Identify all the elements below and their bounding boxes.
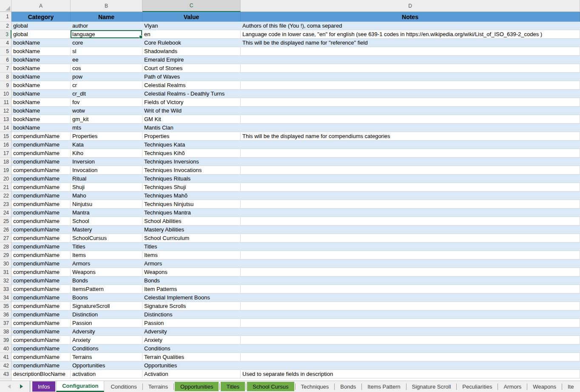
cell-name[interactable]: Terrains [71, 353, 142, 361]
row-number[interactable]: 30 [0, 259, 11, 268]
cell-name[interactable]: Anxiety [71, 336, 142, 344]
row-number[interactable]: 14 [0, 124, 11, 132]
row-number[interactable]: 21 [0, 183, 11, 192]
cell-notes[interactable]: Authors of this file (You !), coma separ… [241, 22, 580, 30]
row-number[interactable]: 19 [0, 166, 11, 175]
cell-name[interactable]: SchoolCursus [71, 234, 142, 243]
cell-category[interactable]: compendiumName [11, 166, 71, 175]
cell-notes[interactable] [241, 243, 580, 251]
cell-notes[interactable] [241, 226, 580, 234]
cell-name[interactable]: Items [71, 251, 142, 259]
row-number[interactable]: 34 [0, 293, 11, 302]
row-number[interactable]: 11 [0, 98, 11, 107]
cell-notes[interactable] [241, 149, 580, 158]
cell-name[interactable]: Invocation [71, 166, 142, 175]
cell-name[interactable]: Passion [71, 319, 142, 327]
cell-name[interactable]: Inversion [71, 158, 142, 166]
cell-category[interactable]: bookName [11, 107, 71, 115]
cell-category[interactable]: bookName [11, 81, 71, 90]
cell-notes[interactable] [241, 98, 580, 107]
cell-notes[interactable] [241, 361, 580, 370]
row-number[interactable]: 10 [0, 90, 11, 98]
cell-category[interactable]: compendiumName [11, 217, 71, 226]
cell-category[interactable]: compendiumName [11, 336, 71, 344]
row-number[interactable]: 2 [0, 22, 11, 30]
row-number[interactable]: 41 [0, 353, 11, 361]
cell-name[interactable]: Opportunities [71, 361, 142, 370]
cell-value[interactable]: Activation [142, 370, 241, 378]
cell-notes[interactable]: This will be the displayed name for comp… [241, 132, 580, 141]
sheet-tab-conditions[interactable]: Conditions [105, 381, 142, 392]
cell-category[interactable]: bookName [11, 98, 71, 107]
cell-name[interactable]: wotw [71, 107, 142, 115]
table-header-value[interactable]: Value [142, 12, 241, 22]
cell-value[interactable]: Signature Scrolls [142, 302, 241, 310]
cell-notes[interactable] [241, 217, 580, 226]
cell-value[interactable]: GM Kit [142, 115, 241, 124]
cell-name[interactable]: Conditions [71, 344, 142, 353]
cell-value[interactable]: Court of Stones [142, 64, 241, 73]
row-number[interactable]: 17 [0, 149, 11, 158]
row-number[interactable]: 13 [0, 115, 11, 124]
cell-notes[interactable] [241, 141, 580, 149]
row-number[interactable]: 22 [0, 192, 11, 200]
cell-name[interactable]: activation [71, 370, 142, 378]
cell-notes[interactable] [241, 319, 580, 327]
sheet-tab-bonds[interactable]: Bonds [335, 381, 361, 392]
cell-name[interactable]: Titles [71, 243, 142, 251]
cell-category[interactable]: compendiumName [11, 132, 71, 141]
cell-name[interactable]: Kata [71, 141, 142, 149]
row-number[interactable]: 8 [0, 73, 11, 81]
row-number[interactable]: 28 [0, 243, 11, 251]
row-number[interactable]: 9 [0, 81, 11, 90]
cell-category[interactable]: compendiumName [11, 226, 71, 234]
cell-value[interactable]: Distinctions [142, 310, 241, 319]
cell-name[interactable]: Bonds [71, 276, 142, 285]
sheet-tab-titles[interactable]: Titles [221, 382, 245, 391]
sheet-tab-opportunities[interactable]: Opportunities [175, 382, 219, 391]
cell-notes[interactable] [241, 73, 580, 81]
cell-name[interactable]: SignatureScroll [71, 302, 142, 310]
cell-name[interactable]: fov [71, 98, 142, 107]
cell-name[interactable]: Weapons [71, 268, 142, 276]
cell-value[interactable]: Techniques Mantra [142, 209, 241, 217]
row-number[interactable]: 6 [0, 56, 11, 64]
row-number[interactable]: 23 [0, 200, 11, 209]
row-number[interactable]: 39 [0, 336, 11, 344]
cell-name[interactable]: Boons [71, 293, 142, 302]
cell-value[interactable]: Vlyan [142, 22, 241, 30]
cell-category[interactable]: bookName [11, 56, 71, 64]
cell-value[interactable]: Celestial Realms - Deathly Turns [142, 90, 241, 98]
cell-notes[interactable] [241, 56, 580, 64]
cell-value[interactable]: Bonds [142, 276, 241, 285]
cell-name[interactable]: core [71, 39, 142, 47]
cell-notes[interactable] [241, 310, 580, 319]
cell-category[interactable]: global [11, 22, 71, 30]
cell-category[interactable]: compendiumName [11, 302, 71, 310]
sheet-tab-peculiarities[interactable]: Peculiarities [457, 381, 498, 392]
cell-name[interactable]: School [71, 217, 142, 226]
cell-category[interactable]: compendiumName [11, 192, 71, 200]
row-number[interactable]: 25 [0, 217, 11, 226]
cell-value[interactable]: en [142, 30, 241, 39]
cell-category[interactable]: compendiumName [11, 276, 71, 285]
sheet-tab-items-pattern[interactable]: Items Pattern [362, 381, 406, 392]
row-number[interactable]: 40 [0, 344, 11, 353]
cell-notes[interactable] [241, 47, 580, 56]
cell-value[interactable]: Mantis Clan [142, 124, 241, 132]
cell-value[interactable]: Properties [142, 132, 241, 141]
sheet-tab-terrains[interactable]: Terrains [143, 381, 173, 392]
cell-value[interactable]: Techniques Inversions [142, 158, 241, 166]
cell-category[interactable]: compendiumName [11, 293, 71, 302]
cell-value[interactable]: Mastery Abilities [142, 226, 241, 234]
row-number[interactable]: 31 [0, 268, 11, 276]
column-header-B[interactable]: B [71, 0, 142, 12]
cell-value[interactable]: Celestial Realms [142, 81, 241, 90]
row-number[interactable]: 32 [0, 276, 11, 285]
cell-name[interactable]: ee [71, 56, 142, 64]
row-number[interactable]: 29 [0, 251, 11, 259]
cell-notes[interactable] [241, 90, 580, 98]
cell-notes[interactable] [241, 285, 580, 293]
chevron-right-icon[interactable] [20, 384, 23, 389]
cell-value[interactable]: Writ of the Wild [142, 107, 241, 115]
